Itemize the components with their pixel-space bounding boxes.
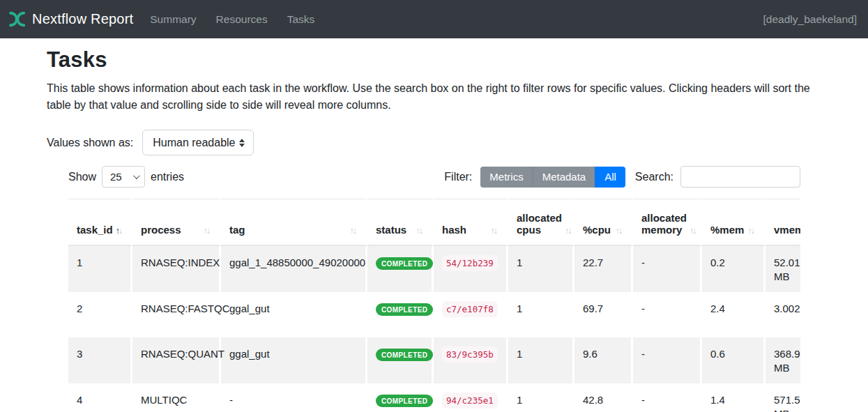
cell-tag: ggal_gut (221, 337, 367, 383)
col-header-mem-pct[interactable]: %mem↑↓ (702, 199, 766, 246)
col-header-task-id[interactable]: task_id↑↓ (68, 199, 132, 246)
cell-status: COMPLETED (367, 383, 434, 412)
cell-tag: - (221, 383, 367, 412)
filter-label: Filter: (444, 171, 472, 183)
cell-process: RNASEQ:FASTQC (132, 292, 221, 337)
cell-allocated-memory: - (633, 246, 702, 292)
col-header-allocated-cpus[interactable]: allocated cpus↑↓ (508, 199, 574, 246)
cell-allocated-cpus: 1 (508, 337, 574, 383)
navbar: Nextflow Report Summary Resources Tasks … (0, 0, 868, 38)
col-header-vmem[interactable]: vmem↑↓ (766, 199, 800, 246)
status-badge: COMPLETED (376, 395, 433, 407)
main-content: Tasks This table shows information about… (0, 47, 868, 412)
col-header-hash[interactable]: hash↑↓ (434, 199, 508, 246)
entries-select[interactable]: 25 (102, 166, 145, 188)
nav-link-resources[interactable]: Resources (216, 13, 268, 26)
run-name: [deadly_baekeland] (763, 13, 857, 26)
search-input[interactable] (680, 166, 800, 188)
col-header-process[interactable]: process↑↓ (132, 199, 221, 246)
select-updown-icon (239, 139, 245, 147)
status-badge: COMPLETED (376, 349, 433, 361)
tasks-table: task_id↑↓ process↑↓ tag↑↓ status↑↓ hash↑… (68, 199, 800, 412)
brand-title: Nextflow Report (32, 11, 133, 27)
table-row: 4 MULTIQC - COMPLETED 94/c235e1 1 42.8 -… (68, 383, 800, 412)
cell-vmem: 571.58 MB (766, 383, 800, 412)
table-scroll-area[interactable]: task_id↑↓ process↑↓ tag↑↓ status↑↓ hash↑… (68, 199, 800, 412)
cell-tag: ggal_gut (221, 292, 367, 337)
cell-status: COMPLETED (367, 337, 434, 383)
col-header-status[interactable]: status↑↓ (367, 199, 434, 246)
cell-cpu-pct: 9.6 (574, 337, 633, 383)
cell-task-id: 2 (68, 292, 132, 337)
nav-links: Summary Resources Tasks (150, 13, 314, 26)
values-shown-select[interactable]: Human readable (142, 130, 254, 155)
sort-asc-icon: ↑↓ (116, 226, 123, 236)
nav-link-tasks[interactable]: Tasks (287, 13, 315, 26)
cell-process: RNASEQ:QUANT (132, 337, 221, 383)
cell-allocated-cpus: 1 (508, 246, 574, 292)
cell-hash: 83/9c395b (434, 337, 508, 383)
cell-allocated-cpus: 1 (508, 292, 574, 337)
filter-button-metrics[interactable]: Metrics (480, 167, 532, 188)
datatable-wrapper: Show 25 entries Filter: Metrics Metadata… (68, 166, 800, 412)
hash-code: 94/c235e1 (442, 392, 498, 409)
filter-button-metadata[interactable]: Metadata (533, 167, 595, 188)
cell-tag: ggal_1_48850000_49020000 (221, 246, 367, 292)
cell-task-id: 4 (68, 383, 132, 412)
cell-hash: c7/e107f8 (434, 292, 508, 337)
hash-code: 54/12b239 (442, 255, 498, 271)
sort-icon: ↑↓ (690, 226, 697, 236)
cell-vmem: 368.95 MB (766, 337, 800, 383)
status-badge: COMPLETED (376, 303, 433, 316)
filter-button-all[interactable]: All (595, 167, 625, 188)
col-header-allocated-memory[interactable]: allocated memory↑↓ (633, 199, 702, 246)
cell-hash: 94/c235e1 (434, 383, 508, 412)
cell-process: MULTIQC (132, 383, 221, 412)
sort-icon: ↑↓ (491, 226, 498, 236)
page-title: Tasks (47, 47, 821, 73)
cell-cpu-pct: 22.7 (574, 246, 633, 292)
cell-hash: 54/12b239 (434, 246, 508, 292)
sort-icon: ↑↓ (350, 226, 358, 236)
cell-task-id: 3 (68, 337, 132, 383)
table-row: 1 RNASEQ:INDEX ggal_1_48850000_49020000 … (68, 246, 800, 292)
entries-selected: 25 (110, 171, 122, 183)
col-header-cpu-pct[interactable]: %cpu↑↓ (574, 199, 633, 246)
cell-allocated-cpus: 1 (508, 383, 574, 412)
values-shown-row: Values shown as: Human readable (47, 130, 821, 155)
cell-task-id: 1 (68, 246, 132, 292)
cell-cpu-pct: 69.7 (574, 292, 633, 337)
filter-search-controls: Filter: Metrics Metadata All Search: (444, 166, 800, 188)
entries-control: Show 25 entries (68, 166, 184, 188)
cell-mem-pct: 1.4 (702, 383, 766, 412)
status-badge: COMPLETED (376, 257, 433, 270)
cell-mem-pct: 0.6 (702, 337, 766, 383)
cell-mem-pct: 2.4 (702, 292, 766, 337)
cell-allocated-memory: - (633, 292, 702, 337)
cell-allocated-memory: - (633, 337, 702, 383)
col-header-tag[interactable]: tag↑↓ (221, 199, 367, 246)
sort-icon: ↑↓ (616, 226, 623, 236)
filter-button-group: Metrics Metadata All (480, 167, 625, 188)
sort-icon: ↑↓ (748, 226, 756, 236)
table-row: 3 RNASEQ:QUANT ggal_gut COMPLETED 83/9c3… (68, 337, 800, 383)
page-description: This table shows information about each … (47, 80, 817, 114)
cell-vmem: 3.002 (766, 292, 800, 337)
cell-mem-pct: 0.2 (702, 246, 766, 292)
hash-code: c7/e107f8 (442, 301, 498, 317)
show-label: Show (68, 171, 96, 183)
cell-status: COMPLETED (367, 246, 434, 292)
cell-process: RNASEQ:INDEX (132, 246, 221, 292)
sort-icon: ↑↓ (416, 226, 424, 236)
nextflow-logo-icon (7, 10, 26, 29)
sort-icon: ↑↓ (565, 226, 572, 236)
header-row: task_id↑↓ process↑↓ tag↑↓ status↑↓ hash↑… (68, 199, 800, 246)
nav-link-summary[interactable]: Summary (150, 13, 196, 26)
values-shown-selected: Human readable (153, 137, 235, 149)
table-controls: Show 25 entries Filter: Metrics Metadata… (68, 166, 800, 188)
table-row: 2 RNASEQ:FASTQC ggal_gut COMPLETED c7/e1… (68, 292, 800, 337)
navbar-brand[interactable]: Nextflow Report (7, 10, 133, 29)
cell-status: COMPLETED (367, 292, 434, 337)
entries-label: entries (151, 171, 184, 183)
search-label: Search: (635, 171, 673, 183)
